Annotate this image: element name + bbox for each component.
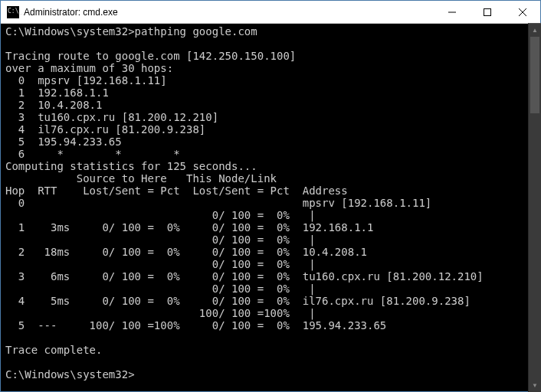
titlebar[interactable]: Administrator: cmd.exe [1, 1, 540, 24]
stats-row: 0/ 100 = 0% | [5, 283, 316, 295]
computing-line: Computing statistics for 125 seconds... [5, 160, 257, 172]
prompt-line: C:\Windows\system32>pathping google.com [5, 25, 257, 38]
stats-row: 1 3ms 0/ 100 = 0% 0/ 100 = 0% 192.168.1.… [5, 221, 373, 234]
svg-rect-0 [484, 8, 491, 15]
route-line: 6 * * * [5, 148, 180, 160]
scroll-up-arrow[interactable]: ▲ [529, 24, 541, 37]
stats-row: 3 6ms 0/ 100 = 0% 0/ 100 = 0% tu160.cpx.… [5, 270, 484, 283]
window-title: Administrator: cmd.exe [24, 7, 434, 18]
minimize-icon [448, 8, 456, 16]
stats-row: 4 5ms 0/ 100 = 0% 0/ 100 = 0% il76.cpx.r… [5, 295, 471, 307]
close-button[interactable] [505, 1, 540, 23]
stats-row: 0/ 100 = 0% | [5, 234, 316, 246]
vertical-scrollbar[interactable]: ▲ ▼ [528, 23, 541, 392]
minimize-button[interactable] [434, 1, 470, 23]
stats-columns: Hop RTT Lost/Sent = Pct Lost/Sent = Pct … [5, 185, 348, 197]
cmd-window: Administrator: cmd.exe C:\Windows\system… [0, 0, 541, 392]
stats-row: 2 18ms 0/ 100 = 0% 0/ 100 = 0% 10.4.208.… [5, 246, 367, 258]
scroll-down-arrow[interactable]: ▼ [529, 379, 541, 392]
stats-row: 100/ 100 =100% | [5, 307, 316, 319]
stats-row: 0/ 100 = 0% | [5, 258, 316, 270]
route-line: 2 10.4.208.1 [5, 99, 102, 111]
stats-header: Source to Here This Node/Link [5, 172, 277, 185]
route-line: 4 il76.cpx.ru [81.200.9.238] [5, 123, 205, 136]
trace-header-2: over a maximum of 30 hops: [5, 62, 173, 74]
close-icon [519, 8, 526, 16]
terminal-output[interactable]: C:\Windows\system32>pathping google.com … [1, 24, 540, 391]
stats-row: 0 mpsrv [192.168.1.11] [5, 197, 431, 209]
window-controls [434, 1, 540, 23]
maximize-icon [484, 8, 491, 16]
route-line: 5 195.94.233.65 [5, 136, 122, 148]
scroll-thumb[interactable] [530, 37, 539, 113]
route-line: 3 tu160.cpx.ru [81.200.12.210] [5, 111, 218, 123]
route-line: 1 192.168.1.1 [5, 87, 109, 99]
command: pathping google.com [135, 25, 257, 38]
route-line: 0 mpsrv [192.168.1.11] [5, 74, 167, 87]
stats-row: 0/ 100 = 0% | [5, 209, 316, 221]
maximize-button[interactable] [470, 1, 505, 23]
cmd-icon [7, 6, 19, 18]
stats-row: 5 --- 100/ 100 =100% 0/ 100 = 0% 195.94.… [5, 319, 386, 332]
trace-complete: Trace complete. [5, 344, 102, 356]
prompt: C:\Windows\system32> [5, 368, 135, 381]
prompt: C:\Windows\system32> [5, 25, 135, 38]
trace-header: Tracing route to google.com [142.250.150… [5, 50, 296, 62]
